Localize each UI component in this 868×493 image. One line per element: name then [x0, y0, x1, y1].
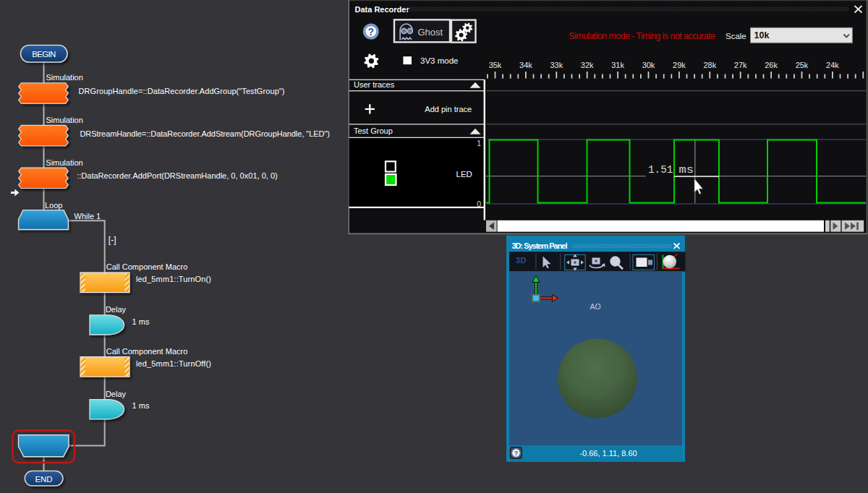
svg-text:Scale: Scale [726, 32, 746, 40]
svg-text:28k: 28k [703, 61, 716, 69]
svg-text:30k: 30k [642, 61, 655, 69]
svg-text:BEGIN: BEGIN [32, 50, 56, 59]
svg-text:29k: 29k [673, 61, 686, 69]
svg-text:Delay: Delay [106, 305, 127, 314]
svg-text:LED: LED [456, 170, 472, 179]
svg-text:-0.66, 1.11, 8.60: -0.66, 1.11, 8.60 [579, 449, 637, 458]
svg-text:Call Component Macro: Call Component Macro [106, 262, 187, 271]
svg-text:Ghost: Ghost [418, 27, 443, 38]
svg-text:Loop: Loop [45, 201, 62, 210]
svg-text:0: 0 [477, 200, 481, 208]
svg-text:?: ? [514, 449, 518, 457]
svg-text:DRStreamHandle=::DataRecorder.: DRStreamHandle=::DataRecorder.AddStream(… [80, 129, 330, 138]
svg-text:Delay: Delay [106, 390, 127, 398]
svg-text:1.51: 1.51 [648, 164, 673, 176]
svg-text:3D: 3D [516, 256, 527, 265]
svg-text:1 ms: 1 ms [132, 401, 150, 410]
svg-text:1: 1 [477, 139, 481, 147]
svg-text:34k: 34k [519, 61, 532, 69]
svg-text:33k: 33k [550, 61, 563, 69]
svg-text:Simulation: Simulation [46, 116, 83, 124]
svg-text:While 1: While 1 [75, 212, 101, 220]
svg-text:31k: 31k [611, 61, 624, 69]
svg-text:?: ? [368, 26, 375, 38]
svg-text:3V3 mode: 3V3 mode [420, 56, 458, 65]
svg-text:DRGroupHandle=::DataRecorder.A: DRGroupHandle=::DataRecorder.AddGroup("T… [79, 87, 285, 95]
svg-text:Data Recorder: Data Recorder [355, 5, 410, 14]
svg-text:Add pin trace: Add pin trace [425, 105, 472, 113]
svg-text:led_5mm1::TurnOn(): led_5mm1::TurnOn() [136, 275, 211, 283]
svg-text:::DataRecorder.AddPort(DRStrea: ::DataRecorder.AddPort(DRStreamHandle, 0… [77, 171, 278, 180]
svg-text:3D: System Panel: 3D: System Panel [512, 241, 568, 250]
svg-text:25k: 25k [796, 61, 809, 69]
svg-text:1 ms: 1 ms [132, 317, 150, 326]
svg-text:Simulation: Simulation [46, 158, 82, 167]
svg-text:AO: AO [590, 302, 601, 311]
svg-text:Test Group: Test Group [354, 127, 393, 135]
svg-text:User traces: User traces [354, 80, 395, 89]
svg-text:32k: 32k [581, 61, 594, 69]
svg-text:Simulation: Simulation [46, 73, 83, 82]
svg-text:Call Component Macro: Call Component Macro [106, 347, 187, 356]
svg-text:26k: 26k [765, 61, 778, 69]
svg-text:Simulation mode - Timing is no: Simulation mode - Timing is not accurate [569, 31, 715, 41]
svg-text:led_5mm1::TurnOff(): led_5mm1::TurnOff() [136, 359, 211, 368]
svg-text:10k: 10k [754, 30, 770, 40]
svg-text:END: END [35, 475, 53, 484]
svg-text:27k: 27k [734, 61, 747, 69]
svg-text:ms: ms [679, 164, 694, 176]
svg-text:[-]: [-] [109, 235, 116, 245]
svg-text:35k: 35k [489, 61, 502, 69]
svg-text:24k: 24k [826, 61, 839, 69]
